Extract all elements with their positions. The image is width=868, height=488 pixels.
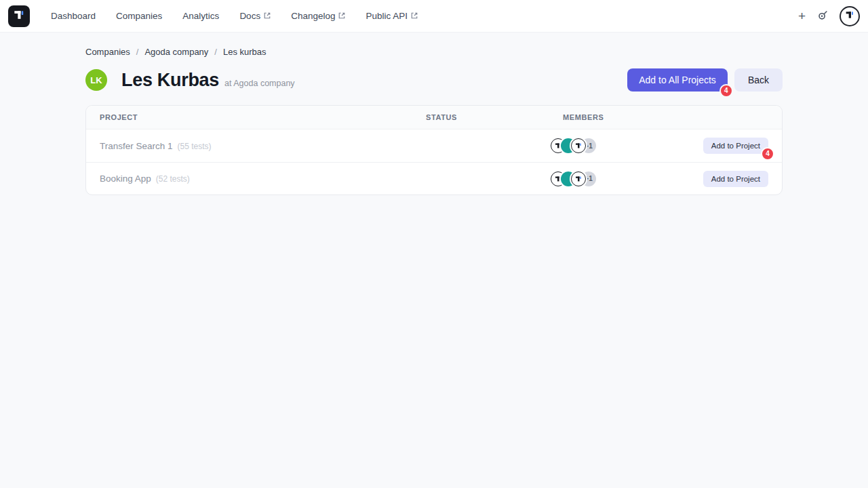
nav-item-public-api[interactable]: Public API	[355, 5, 428, 26]
add-to-project-label: Add to Project	[711, 142, 760, 150]
table-header-row: Project Status Members	[86, 106, 782, 129]
plus-icon: +	[798, 9, 806, 22]
breadcrumb-companies[interactable]: Companies	[85, 47, 130, 57]
project-name: Booking App	[100, 174, 151, 184]
nav-right-actions: +	[798, 6, 860, 26]
nav-item-label: Analytics	[182, 11, 219, 21]
action-cell: Add to Project 4	[673, 138, 782, 154]
nav-item-label: Dashboard	[51, 11, 96, 21]
breadcrumb-separator: /	[214, 47, 217, 57]
title-wrap: Les Kurbas at Agoda company	[121, 70, 295, 91]
column-header-project: Project	[86, 113, 412, 121]
search-icon	[816, 9, 829, 24]
brand-t-icon	[12, 8, 26, 24]
add-to-all-projects-button[interactable]: Add to All Projects 4	[627, 68, 728, 92]
nav-item-label: Public API	[366, 11, 408, 21]
action-cell: Add to Project	[673, 171, 782, 187]
add-to-project-label: Add to Project	[711, 175, 760, 183]
search-button[interactable]	[816, 9, 829, 24]
avatar-t-icon	[844, 9, 855, 23]
nav-item-analytics[interactable]: Analytics	[172, 5, 229, 26]
members-avatar-stack: +1	[551, 171, 596, 186]
table-row: Transfer Search 1 (55 tests)	[86, 129, 782, 162]
person-avatar: LK	[85, 69, 107, 91]
members-cell: +1	[549, 138, 673, 153]
nav-item-changelog[interactable]: Changelog	[281, 5, 355, 26]
member-avatar-t-icon	[571, 138, 586, 153]
project-cell: Booking App (52 tests)	[86, 174, 412, 184]
notification-badge: 4	[719, 84, 733, 98]
external-link-icon	[264, 11, 271, 21]
add-to-all-projects-label: Add to All Projects	[639, 75, 716, 85]
page-subtitle: at Agoda company	[224, 79, 295, 88]
add-to-project-button[interactable]: Add to Project 4	[703, 138, 768, 154]
breadcrumb-agoda-company[interactable]: Agoda company	[144, 47, 208, 57]
member-avatar-t-icon	[571, 171, 586, 186]
project-cell: Transfer Search 1 (55 tests)	[86, 141, 412, 151]
notification-badge: 4	[761, 147, 774, 161]
header-actions: Add to All Projects 4 Back	[627, 68, 783, 92]
breadcrumb: Companies / Agoda company / Les kurbas	[85, 47, 783, 57]
projects-table: Project Status Members Transfer Search 1…	[85, 105, 783, 195]
nav-links: Dashboard Companies Analytics Docs Chang…	[41, 5, 428, 26]
nav-item-label: Docs	[239, 11, 260, 21]
add-new-button[interactable]: +	[798, 9, 806, 22]
nav-item-label: Changelog	[291, 11, 335, 21]
table-row: Booking App (52 tests)	[86, 162, 782, 195]
page-title: Les Kurbas	[121, 70, 219, 91]
top-nav: Dashboard Companies Analytics Docs Chang…	[0, 0, 868, 33]
nav-item-label: Companies	[116, 11, 162, 21]
nav-item-docs[interactable]: Docs	[229, 5, 281, 26]
back-button[interactable]: Back	[734, 68, 783, 92]
user-avatar[interactable]	[840, 6, 860, 26]
external-link-icon	[338, 11, 345, 21]
main-content: Companies / Agoda company / Les kurbas L…	[85, 47, 783, 195]
brand-logo[interactable]	[8, 5, 30, 27]
nav-item-companies[interactable]: Companies	[106, 5, 172, 26]
project-tests-count: (52 tests)	[156, 174, 190, 184]
column-header-members: Members	[549, 113, 673, 121]
project-name: Transfer Search 1	[100, 141, 173, 151]
nav-item-dashboard[interactable]: Dashboard	[41, 5, 106, 26]
project-tests-count: (55 tests)	[178, 142, 212, 151]
members-cell: +1	[549, 171, 673, 186]
column-header-status: Status	[412, 113, 549, 121]
page-header: LK Les Kurbas at Agoda company Add to Al…	[85, 68, 783, 92]
members-avatar-stack: +1	[551, 138, 596, 153]
add-to-project-button[interactable]: Add to Project	[703, 171, 768, 187]
external-link-icon	[411, 11, 418, 21]
breadcrumb-les-kurbas[interactable]: Les kurbas	[223, 47, 267, 57]
breadcrumb-separator: /	[136, 47, 139, 57]
